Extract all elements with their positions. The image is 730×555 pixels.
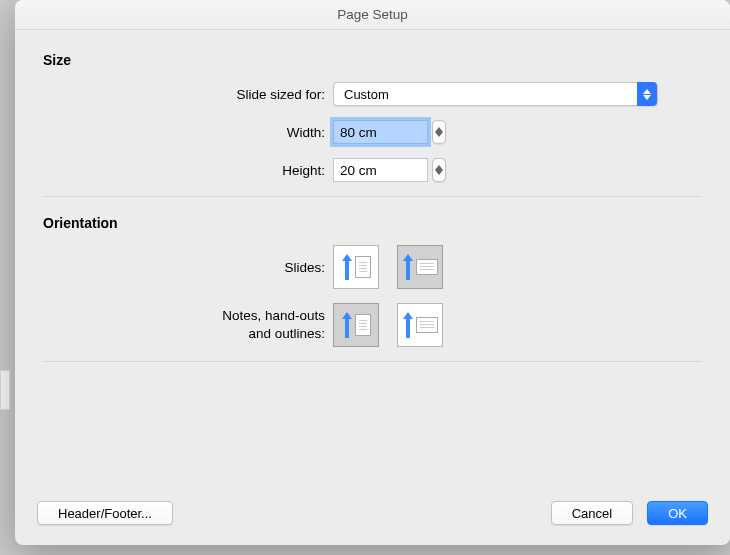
page-landscape-icon — [416, 317, 438, 333]
height-input[interactable] — [333, 158, 428, 182]
slide-sized-for-select[interactable]: Custom — [333, 82, 658, 106]
ok-button[interactable]: OK — [647, 501, 708, 525]
arrow-up-icon — [403, 312, 413, 338]
dialog-content: Size Slide sized for: Custom Width: — [15, 30, 730, 501]
width-input-wrap — [333, 120, 446, 144]
header-footer-button[interactable]: Header/Footer... — [37, 501, 173, 525]
page-landscape-icon — [416, 259, 438, 275]
slides-portrait-button[interactable] — [333, 245, 379, 289]
slides-landscape-button[interactable] — [397, 245, 443, 289]
svg-marker-3 — [435, 132, 443, 137]
notes-label-line2: and outlines: — [248, 326, 325, 341]
dialog-title: Page Setup — [337, 7, 408, 22]
height-stepper[interactable] — [432, 158, 446, 182]
svg-marker-0 — [643, 89, 651, 94]
page-setup-dialog: Page Setup Size Slide sized for: Custom … — [15, 0, 730, 545]
size-section-label: Size — [43, 52, 702, 68]
width-input[interactable] — [333, 120, 428, 144]
notes-orientation-row: Notes, hand-outs and outlines: — [43, 303, 702, 347]
svg-marker-6 — [342, 254, 352, 280]
arrow-up-icon — [342, 254, 352, 280]
dialog-footer: Header/Footer... Cancel OK — [15, 501, 730, 545]
height-row: Height: — [43, 158, 702, 182]
background-app-panel — [0, 370, 10, 410]
select-arrows-icon — [637, 82, 657, 106]
width-row: Width: — [43, 120, 702, 144]
svg-marker-7 — [403, 254, 413, 280]
notes-orientation-group — [333, 303, 443, 347]
slide-sized-for-label: Slide sized for: — [43, 87, 333, 102]
arrow-up-icon — [342, 312, 352, 338]
slide-sized-for-value: Custom — [334, 87, 637, 102]
orientation-section-label: Orientation — [43, 215, 702, 231]
page-portrait-icon — [355, 314, 371, 336]
dialog-titlebar: Page Setup — [15, 0, 730, 30]
page-portrait-icon — [355, 256, 371, 278]
height-label: Height: — [43, 163, 333, 178]
notes-label-line1: Notes, hand-outs — [222, 308, 325, 323]
height-input-wrap — [333, 158, 446, 182]
slides-orientation-group — [333, 245, 443, 289]
arrow-up-icon — [403, 254, 413, 280]
svg-marker-1 — [643, 95, 651, 100]
svg-marker-5 — [435, 170, 443, 175]
width-label: Width: — [43, 125, 333, 140]
slides-orientation-label: Slides: — [43, 260, 333, 275]
footer-divider — [43, 361, 702, 362]
cancel-button[interactable]: Cancel — [551, 501, 633, 525]
section-divider — [43, 196, 702, 197]
notes-portrait-button[interactable] — [333, 303, 379, 347]
svg-marker-8 — [342, 312, 352, 338]
width-stepper[interactable] — [432, 120, 446, 144]
slides-orientation-row: Slides: — [43, 245, 702, 289]
svg-marker-9 — [403, 312, 413, 338]
notes-orientation-label: Notes, hand-outs and outlines: — [43, 307, 333, 342]
slide-sized-for-row: Slide sized for: Custom — [43, 82, 702, 106]
notes-landscape-button[interactable] — [397, 303, 443, 347]
